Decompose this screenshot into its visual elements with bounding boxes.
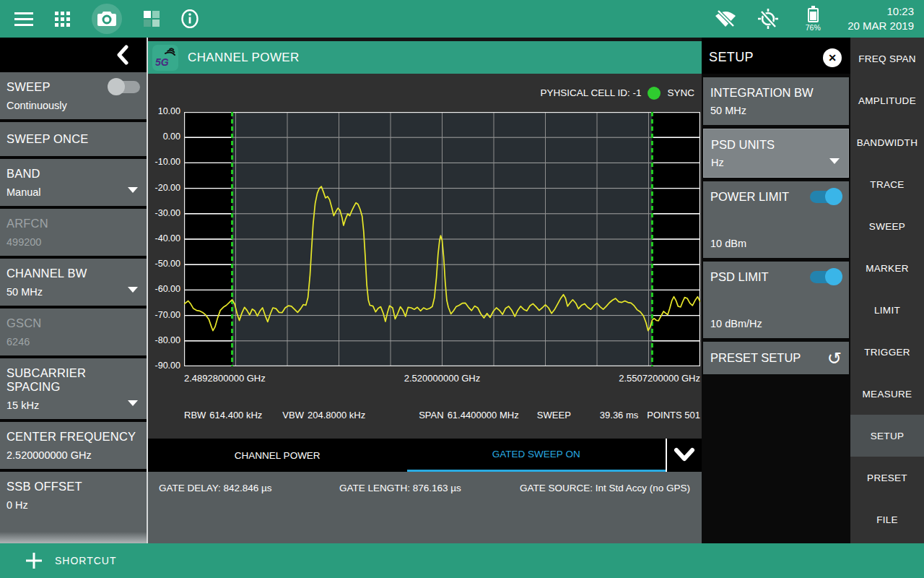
page-title: CHANNEL POWER (188, 51, 300, 65)
battery-percent: 76% (806, 23, 821, 32)
psd-units-dropdown[interactable]: PSD UNITS Hz (703, 129, 849, 178)
shortcut-bar: SHORTCUT (0, 543, 924, 578)
menu-item-marker[interactable]: MARKER (850, 247, 924, 289)
clock: 10:23 20 MAR 2019 (847, 4, 914, 34)
setup-panel: SETUP ✕ INTEGRATION BW 50 MHz PSD UNITS … (702, 38, 850, 543)
vbw-value: 204.8000 kHz (308, 410, 365, 420)
psd-limit-value: 10 dBm/Hz (710, 318, 842, 329)
x-axis-labels: 2.4892800000 GHz 2.520000000 GHz 2.55072… (184, 366, 700, 397)
start-frequency: 2.4892800000 GHz (184, 373, 266, 397)
y-tick-label: -90.00 (155, 361, 180, 371)
reset-icon: ↺ (827, 352, 842, 365)
chevron-down-icon (128, 287, 138, 293)
function-menu: FREQ SPAN AMPLITUDE BANDWIDTH TRACE SWEE… (850, 38, 924, 543)
gate-delay: GATE DELAY: 842.846 µs (159, 483, 339, 543)
menu-item-bandwidth[interactable]: BANDWIDTH (850, 121, 924, 163)
sweep-card[interactable]: SWEEP Continuously (0, 72, 147, 119)
center-frequency: 2.520000000 GHz (404, 373, 481, 397)
power-limit-toggle[interactable] (810, 191, 842, 203)
setup-panel-title: SETUP (709, 50, 754, 65)
psd-limit-card[interactable]: PSD LIMIT 10 dBm/Hz (703, 262, 849, 338)
chevron-down-icon (128, 400, 138, 406)
sidebar-collapse-header (0, 38, 147, 72)
gscn-field: GSCN 6246 (0, 309, 147, 355)
integration-bw-field[interactable]: INTEGRATION BW 50 MHz (703, 77, 849, 125)
chevron-down-icon (829, 158, 840, 164)
menu-item-amplitude[interactable]: AMPLITUDE (850, 79, 924, 121)
menu-icon[interactable] (14, 12, 33, 26)
shortcut-button[interactable]: SHORTCUT (55, 555, 117, 566)
apps-grid-icon[interactable] (55, 12, 70, 27)
y-tick-label: -70.00 (155, 310, 180, 320)
gate-source: GATE SOURCE: Int Std Accy (no GPS) (520, 483, 690, 543)
y-tick-label: -40.00 (155, 233, 180, 243)
sweep-once-button[interactable]: SWEEP ONCE (0, 122, 147, 156)
sync-indicator-dot (648, 87, 661, 100)
sync-label: SYNC (667, 87, 694, 98)
arfcn-field: ARFCN 499200 (0, 209, 147, 256)
y-tick-label: -80.00 (155, 335, 180, 345)
clock-date: 20 MAR 2019 (847, 19, 914, 33)
channel-bw-dropdown[interactable]: CHANNEL BW 50 MHz (0, 259, 147, 306)
spectrum-plot[interactable] (184, 112, 700, 366)
menu-item-freq-span[interactable]: FREQ SPAN (850, 38, 924, 79)
sweep-label: SWEEP (537, 410, 571, 420)
close-icon[interactable]: ✕ (823, 48, 842, 67)
y-tick-label: -10.00 (155, 157, 180, 167)
quad-layout-icon[interactable] (144, 11, 160, 27)
sweep-toggle[interactable] (108, 81, 140, 93)
center-frequency-field[interactable]: CENTER FREQUENCY 2.520000000 GHz (0, 422, 147, 469)
preset-setup-button[interactable]: PRESET SETUP ↺ (703, 342, 849, 374)
psd-limit-toggle[interactable] (810, 271, 842, 283)
y-tick-label: -50.00 (155, 259, 180, 269)
plus-icon[interactable] (26, 553, 42, 569)
chevron-left-icon[interactable] (115, 45, 131, 65)
menu-item-measure[interactable]: MEASURE (850, 373, 924, 415)
measurement-area: 5G CHANNEL POWER PYHSICAL CELL ID: -1 SY… (148, 38, 702, 543)
menu-item-preset[interactable]: PRESET (850, 457, 924, 499)
menu-item-setup[interactable]: SETUP (850, 415, 924, 457)
info-icon[interactable] (181, 9, 199, 28)
measurement-header: 5G CHANNEL POWER (148, 38, 702, 74)
sweep-label: SWEEP (6, 80, 51, 94)
menu-item-file[interactable]: FILE (850, 499, 924, 540)
battery-icon: 76% (800, 6, 826, 32)
power-limit-card[interactable]: POWER LIMIT 10 dBm (703, 181, 849, 258)
5g-app-icon: 5G (152, 45, 178, 71)
y-tick-label: -30.00 (155, 208, 180, 218)
bottom-tab-bar: CHANNEL POWER GATED SWEEP ON (148, 439, 702, 472)
collapse-panel-button[interactable] (666, 439, 702, 472)
camera-icon[interactable] (92, 4, 122, 34)
gate-length: GATE LENGTH: 876.163 µs (339, 483, 520, 543)
wifi-off-icon (715, 9, 736, 28)
tab-channel-power[interactable]: CHANNEL POWER (148, 439, 407, 472)
y-tick-label: -20.00 (155, 183, 180, 193)
chevron-down-icon (674, 447, 695, 463)
clock-time: 10:23 (847, 4, 914, 19)
signal-waves-icon (165, 47, 177, 56)
subcarrier-spacing-dropdown[interactable]: SUBCARRIER SPACING 15 kHz (0, 358, 147, 419)
ssb-offset-field[interactable]: SSB OFFSET 0 Hz (0, 472, 147, 543)
parameter-sidebar: SWEEP Continuously SWEEP ONCE BAND Manua… (0, 38, 148, 543)
sweep-info-row: RBW614.400 kHz VBW204.8000 kHz SPAN61.44… (184, 397, 700, 432)
y-axis-labels: 10.000.00-10.00-20.00-30.00-40.00-50.00-… (148, 112, 184, 366)
points-value: POINTS 501 (647, 410, 700, 420)
menu-item-sweep[interactable]: SWEEP (850, 205, 924, 247)
menu-item-limit[interactable]: LIMIT (850, 289, 924, 331)
menu-item-trigger[interactable]: TRIGGER (850, 331, 924, 373)
sweep-mode: Continuously (6, 100, 140, 111)
rbw-value: 614.400 kHz (209, 410, 262, 420)
band-dropdown[interactable]: BAND Manual (0, 159, 147, 206)
physical-cell-id: PYHSICAL CELL ID: -1 (540, 87, 641, 98)
menu-item-trace[interactable]: TRACE (850, 163, 924, 205)
gate-info-bar: GATE DELAY: 842.846 µs GATE LENGTH: 876.… (148, 472, 702, 543)
gps-off-icon (758, 9, 778, 29)
y-tick-label: -60.00 (155, 284, 180, 294)
y-tick-label: 10.00 (158, 106, 180, 116)
span-value: 61.4400000 MHz (448, 410, 519, 420)
y-tick-label: 0.00 (163, 131, 180, 142)
power-limit-value: 10 dBm (710, 238, 842, 249)
sweep-time-value: 39.36 ms (600, 410, 638, 420)
top-status-bar: 76% 10:23 20 MAR 2019 (0, 0, 924, 38)
tab-gated-sweep[interactable]: GATED SWEEP ON (407, 439, 666, 472)
